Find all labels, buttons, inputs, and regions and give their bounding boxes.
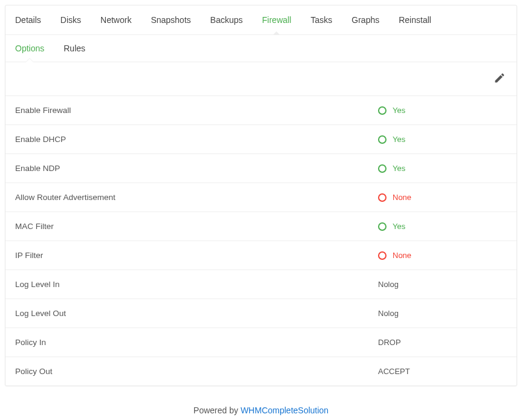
option-row: Enable FirewallYes	[5, 96, 517, 125]
option-row: Policy InDROP	[5, 328, 517, 357]
tab-details[interactable]: Details	[5, 5, 51, 34]
tab-network[interactable]: Network	[91, 5, 141, 34]
status-circle-icon	[378, 164, 387, 173]
option-row: Enable NDPYes	[5, 154, 517, 183]
status-text: Yes	[393, 135, 405, 144]
status-circle-icon	[378, 135, 387, 144]
option-value: Yes	[378, 135, 405, 144]
edit-icon[interactable]	[494, 72, 506, 86]
option-value: Yes	[378, 222, 405, 231]
toolbar	[5, 62, 517, 96]
option-label: Policy In	[15, 338, 378, 347]
option-row: MAC FilterYes	[5, 212, 517, 241]
option-label: Allow Router Advertisement	[15, 193, 378, 202]
option-value: Yes	[378, 106, 405, 115]
option-row: Enable DHCPYes	[5, 125, 517, 154]
option-value: DROP	[378, 338, 401, 347]
option-label: Enable NDP	[15, 164, 378, 173]
value-text: DROP	[378, 338, 401, 347]
status-text: None	[393, 251, 411, 260]
value-text: ACCEPT	[378, 367, 410, 376]
sub-tabs: OptionsRules	[5, 35, 517, 62]
tab-disks[interactable]: Disks	[51, 5, 91, 34]
main-tabs: DetailsDisksNetworkSnapshotsBackupsFirew…	[5, 5, 517, 35]
option-label: Enable Firewall	[15, 106, 378, 115]
option-value: Nolog	[378, 280, 399, 289]
option-label: Log Level In	[15, 280, 378, 289]
option-label: MAC Filter	[15, 222, 378, 231]
option-value: None	[378, 251, 411, 260]
value-text: Nolog	[378, 309, 399, 318]
tab-firewall[interactable]: Firewall	[252, 5, 301, 34]
status-text: Yes	[393, 164, 405, 173]
footer-link[interactable]: WHMCompleteSolution	[241, 405, 329, 415]
tab-snapshots[interactable]: Snapshots	[141, 5, 200, 34]
option-label: Policy Out	[15, 367, 378, 376]
footer-prefix: Powered by	[194, 405, 241, 415]
tab-reinstall[interactable]: Reinstall	[389, 5, 441, 34]
footer: Powered by WHMCompleteSolution	[0, 391, 522, 420]
tab-tasks[interactable]: Tasks	[301, 5, 342, 34]
tab-backups[interactable]: Backups	[201, 5, 253, 34]
status-text: None	[393, 193, 411, 202]
status-circle-icon	[378, 193, 387, 202]
status-text: Yes	[393, 222, 405, 231]
option-row: Allow Router AdvertisementNone	[5, 183, 517, 212]
status-circle-icon	[378, 106, 387, 115]
subtab-options[interactable]: Options	[5, 35, 54, 62]
option-value: None	[378, 193, 411, 202]
options-list: Enable FirewallYesEnable DHCPYesEnable N…	[5, 96, 517, 386]
status-text: Yes	[393, 106, 405, 115]
option-row: Policy OutACCEPT	[5, 357, 517, 386]
subtab-rules[interactable]: Rules	[54, 35, 95, 62]
option-row: Log Level OutNolog	[5, 299, 517, 328]
option-value: Nolog	[378, 309, 399, 318]
option-value: ACCEPT	[378, 367, 410, 376]
option-row: IP FilterNone	[5, 241, 517, 270]
option-value: Yes	[378, 164, 405, 173]
tab-graphs[interactable]: Graphs	[342, 5, 389, 34]
value-text: Nolog	[378, 280, 399, 289]
option-row: Log Level InNolog	[5, 270, 517, 299]
option-label: IP Filter	[15, 251, 378, 260]
option-label: Enable DHCP	[15, 135, 378, 144]
status-circle-icon	[378, 222, 387, 231]
option-label: Log Level Out	[15, 309, 378, 318]
status-circle-icon	[378, 251, 387, 260]
